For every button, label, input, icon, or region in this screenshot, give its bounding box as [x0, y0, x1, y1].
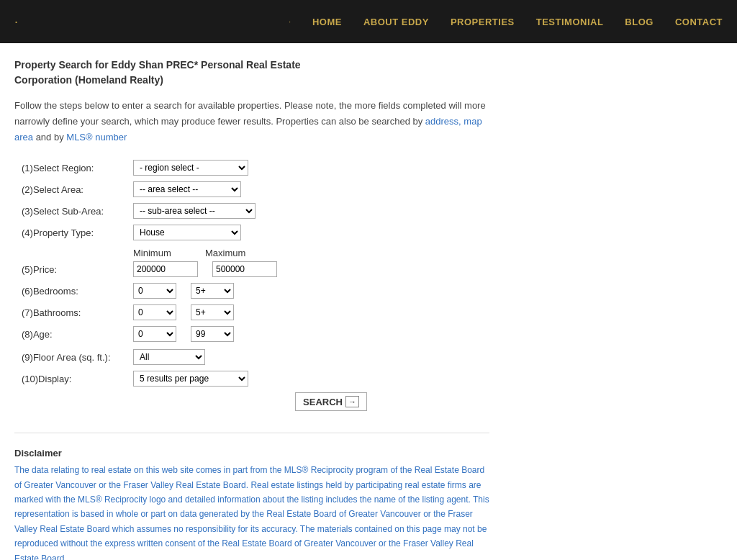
region-label: (1)Select Region:	[22, 163, 133, 173]
area-row: (2)Select Area: -- area select --	[22, 181, 489, 197]
search-btn-label: SEARCH	[303, 397, 343, 407]
display-select[interactable]: 5 results per page 10 results per page 2…	[133, 371, 248, 387]
bedrooms-max-select[interactable]: 012345+	[191, 283, 234, 299]
search-button[interactable]: SEARCH →	[295, 392, 367, 411]
price-label: (5)Price:	[22, 264, 133, 275]
bedrooms-row: (6)Bedrooms: 012345+ 012345+	[22, 283, 489, 299]
floor-area-select[interactable]: All 500+ 1000+ 1500+ 2000+	[133, 349, 205, 365]
subarea-select[interactable]: -- sub-area select --	[133, 203, 256, 219]
nav-about[interactable]: ABOUT EDDY	[363, 17, 429, 27]
nav-separator-dot: ·	[289, 18, 291, 26]
bedrooms-label: (6)Bedrooms:	[22, 286, 133, 297]
main-content: Property Search for Eddy Shan PREC* Pers…	[0, 43, 504, 560]
age-label: (8)Age:	[22, 329, 133, 340]
navigation: · · HOME ABOUT EDDY PROPERTIES TESTIMONI…	[0, 0, 737, 43]
subarea-label: (3)Select Sub-Area:	[22, 206, 133, 217]
description-text: Follow the steps below to enter a search…	[14, 98, 489, 145]
nav-properties[interactable]: PROPERTIES	[451, 17, 515, 27]
nav-testimonial[interactable]: TESTIMONIAL	[536, 17, 604, 27]
mls-link[interactable]: MLS® number	[66, 132, 127, 143]
disclaimer-text: The data relating to real estate on this…	[14, 463, 489, 560]
property-type-select[interactable]: House Condo Townhouse	[133, 225, 241, 240]
region-select[interactable]: - region select -	[133, 160, 248, 176]
bedrooms-min-select[interactable]: 012345+	[133, 283, 176, 299]
bathrooms-inputs: 012345+ 012345+	[133, 304, 234, 320]
search-arrow-icon: →	[345, 396, 359, 407]
floor-area-row: (9)Floor Area (sq. ft.): All 500+ 1000+ …	[22, 349, 489, 365]
price-max-input[interactable]	[212, 261, 277, 277]
price-min-input[interactable]	[133, 261, 198, 277]
age-min-select[interactable]: 051020	[133, 326, 176, 342]
nav-home[interactable]: HOME	[312, 17, 342, 27]
min-header: Minimum	[133, 248, 205, 258]
nav-links: · HOME ABOUT EDDY PROPERTIES TESTIMONIAL…	[289, 17, 723, 27]
property-type-label: (4)Property Type:	[22, 227, 133, 238]
nav-contact[interactable]: CONTACT	[675, 17, 723, 27]
bedrooms-inputs: 012345+ 012345+	[133, 283, 234, 299]
price-inputs	[133, 261, 277, 277]
display-label: (10)Display:	[22, 374, 133, 384]
nav-logo-dot: ·	[14, 14, 18, 30]
area-select[interactable]: -- area select --	[133, 181, 241, 197]
search-form: (1)Select Region: - region select - (2)S…	[22, 160, 489, 411]
subarea-row: (3)Select Sub-Area: -- sub-area select -…	[22, 203, 489, 219]
bathrooms-max-select[interactable]: 012345+	[191, 304, 234, 320]
search-btn-row: SEARCH →	[22, 392, 367, 411]
disclaimer-title: Disclaimer	[14, 448, 489, 459]
age-row: (8)Age: 051020 010205099	[22, 326, 489, 342]
disclaimer-section: Disclaimer The data relating to real est…	[14, 448, 489, 560]
region-row: (1)Select Region: - region select -	[22, 160, 489, 176]
max-header: Maximum	[205, 248, 245, 258]
divider	[14, 433, 489, 433]
area-label: (2)Select Area:	[22, 184, 133, 195]
range-section: Minimum Maximum (5)Price: (6)Bedrooms: 0…	[22, 248, 489, 342]
range-headers: Minimum Maximum	[133, 248, 489, 258]
floor-section: (9)Floor Area (sq. ft.): All 500+ 1000+ …	[22, 349, 489, 387]
display-row: (10)Display: 5 results per page 10 resul…	[22, 371, 489, 387]
age-inputs: 051020 010205099	[133, 326, 234, 342]
price-row: (5)Price:	[22, 261, 489, 277]
floor-area-label: (9)Floor Area (sq. ft.):	[22, 352, 133, 363]
bathrooms-row: (7)Bathrooms: 012345+ 012345+	[22, 304, 489, 320]
bathrooms-label: (7)Bathrooms:	[22, 307, 133, 318]
property-type-row: (4)Property Type: House Condo Townhouse	[22, 225, 489, 240]
bathrooms-min-select[interactable]: 012345+	[133, 304, 176, 320]
age-max-select[interactable]: 010205099	[191, 326, 234, 342]
nav-blog[interactable]: BLOG	[625, 17, 654, 27]
page-title: Property Search for Eddy Shan PREC* Pers…	[14, 58, 489, 88]
